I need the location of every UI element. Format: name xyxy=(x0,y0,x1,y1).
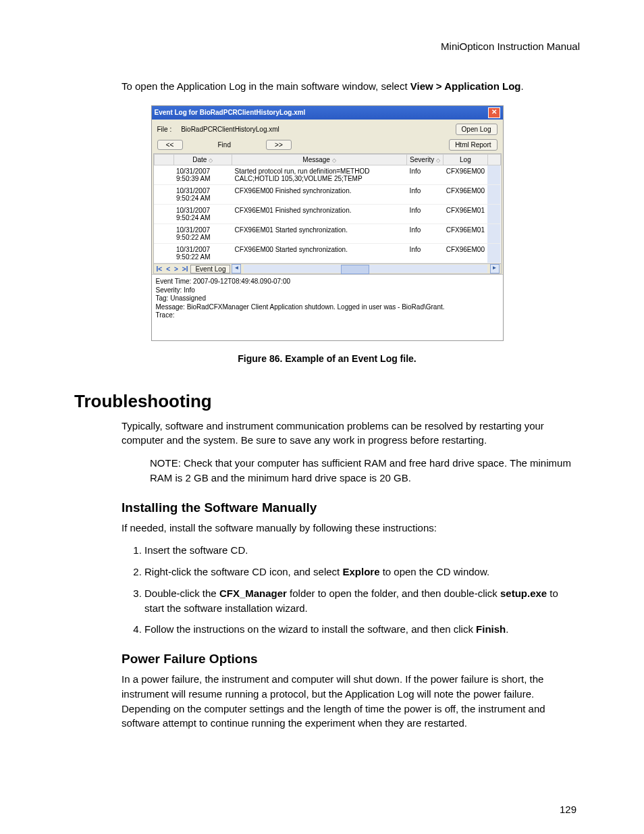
html-report-button[interactable]: Html Report xyxy=(449,139,497,151)
intro-text-post: . xyxy=(521,80,524,92)
sort-icon xyxy=(207,156,213,163)
open-log-button[interactable]: Open Log xyxy=(456,124,498,135)
window-title: Event Log for BioRadPCRClientHistoryLog.… xyxy=(155,106,306,120)
intro-menu-path: View > Application Log xyxy=(410,80,521,92)
file-label: File : xyxy=(157,126,172,133)
last-page-icon[interactable]: >I xyxy=(181,265,190,273)
event-details: Event Time: 2007-09-12T08:49:48.090-07:0… xyxy=(152,274,503,340)
column-header-empty xyxy=(154,155,173,165)
list-item: Right-click the software CD icon, and se… xyxy=(144,565,580,579)
scrollbar-vertical[interactable] xyxy=(487,155,500,165)
list-item: Double-click the CFX_Manager folder to o… xyxy=(144,586,580,616)
heading-installing: Installing the Software Manually xyxy=(122,500,580,515)
titlebar: Event Log for BioRadPCRClientHistoryLog.… xyxy=(152,106,503,120)
scroll-left-icon[interactable]: ◄ xyxy=(232,264,241,273)
list-item: Follow the instructions on the wizard to… xyxy=(144,622,580,637)
table-row: 10/31/2007 9:50:22 AMCFX96EM00 Started s… xyxy=(154,244,500,263)
scrollbar-thumb[interactable] xyxy=(341,265,369,274)
scrollbar-horizontal[interactable] xyxy=(244,265,487,273)
table-row: 10/31/2007 9:50:24 AMCFX96EM01 Finished … xyxy=(154,205,500,224)
table-row: 10/31/2007 9:50:22 AMCFX96EM01 Started s… xyxy=(154,224,500,244)
body-text: Typically, software and instrument commu… xyxy=(122,419,580,448)
list-item: Insert the software CD. xyxy=(144,543,580,558)
heading-troubleshooting: Troubleshooting xyxy=(74,391,580,412)
event-log-tab[interactable]: Event Log xyxy=(190,265,230,273)
note-text: NOTE: Check that your computer has suffi… xyxy=(150,456,580,486)
prev-page-icon[interactable]: < xyxy=(165,265,171,273)
scroll-right-icon[interactable]: ► xyxy=(490,264,500,273)
file-value: BioRadPCRClientHistoryLog.xml xyxy=(181,126,279,133)
page-number: 129 xyxy=(560,804,576,815)
intro-paragraph: To open the Application Log in the main … xyxy=(122,79,580,93)
first-page-icon[interactable]: I< xyxy=(155,265,164,273)
column-header-log[interactable]: Log xyxy=(444,155,487,165)
nav-fwd-button[interactable]: >> xyxy=(266,140,292,150)
intro-text-pre: To open the Application Log in the main … xyxy=(122,80,410,92)
table-row: 10/31/2007 9:50:39 AMStarted protocol ru… xyxy=(154,165,500,185)
body-text: If needed, install the software manually… xyxy=(122,521,580,536)
sort-icon xyxy=(434,156,440,163)
body-text: In a power failure, the instrument and c… xyxy=(122,672,580,731)
close-icon[interactable]: ✕ xyxy=(488,107,500,118)
column-header-severity[interactable]: Severity xyxy=(407,155,444,165)
figure-caption: Figure 86. Example of an Event Log file. xyxy=(74,353,580,364)
next-page-icon[interactable]: > xyxy=(173,265,180,273)
column-header-date[interactable]: Date xyxy=(173,155,232,165)
nav-back-button[interactable]: << xyxy=(157,140,183,150)
column-header-message[interactable]: Message xyxy=(232,155,407,165)
sort-icon xyxy=(330,156,336,163)
find-label: Find xyxy=(218,141,231,149)
heading-power-failure: Power Failure Options xyxy=(122,652,580,667)
event-log-window: Event Log for BioRadPCRClientHistoryLog.… xyxy=(151,105,504,341)
doc-header: MiniOpticon Instruction Manual xyxy=(74,41,580,52)
event-log-table: Date Message Severity Log 10/31/2007 9:5… xyxy=(154,154,501,263)
table-row: 10/31/2007 9:50:24 AMCFX96EM00 Finished … xyxy=(154,185,500,205)
